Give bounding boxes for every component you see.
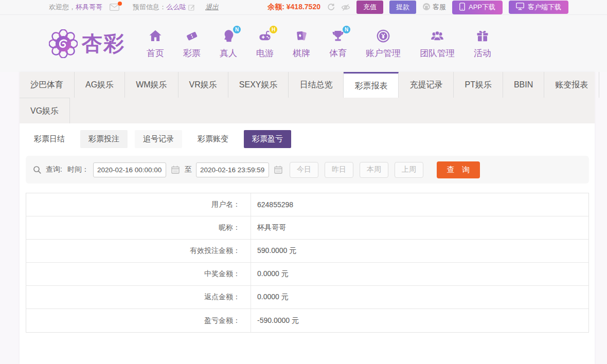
row-value: 590.0000 元	[251, 240, 588, 262]
nav-account[interactable]: 账户管理	[366, 28, 401, 59]
tab-balance-change-report[interactable]: 账变报表	[544, 72, 599, 98]
table-row: 用户名： 624855298	[26, 193, 588, 216]
search-icon	[33, 166, 42, 174]
subtab-chase-records[interactable]: 追号记录	[135, 130, 182, 148]
client-download-button[interactable]: 客户端下载	[509, 1, 568, 14]
tab-daily-summary[interactable]: 日结总览	[289, 72, 344, 98]
table-row: 昵称： 杯具哥哥	[26, 216, 588, 240]
calendar-icon[interactable]	[171, 166, 180, 174]
nav-cards[interactable]: 棋牌	[293, 28, 310, 59]
subtab-lottery-bets[interactable]: 彩票投注	[80, 130, 128, 148]
tab-vg[interactable]: VG娱乐	[20, 98, 70, 123]
username[interactable]: 杯具哥哥	[76, 3, 102, 12]
nav-lottery[interactable]: 彩票	[183, 28, 201, 59]
last-week-button[interactable]: 上周	[395, 162, 423, 178]
withdraw-button[interactable]: 提款	[389, 1, 416, 14]
tab-row-2: VG娱乐	[20, 98, 595, 123]
row-label: 返点金额：	[26, 286, 251, 308]
balance: 余额: ¥418.7520	[267, 3, 320, 12]
gamepad-icon: H	[257, 28, 273, 44]
subtab-lottery-daily[interactable]: 彩票日结	[26, 130, 73, 148]
welcome-text: 欢迎您，	[49, 3, 76, 12]
client-download-label: 客户端下载	[528, 3, 561, 12]
new-badge: N	[233, 26, 241, 33]
team-icon	[429, 28, 445, 44]
nav-team[interactable]: 团队管理	[420, 28, 455, 59]
row-label: 有效投注金额：	[26, 240, 251, 262]
report-tabs: 沙巴体育 AG娱乐 WM娱乐 VR娱乐 SEXY娱乐 日结总览 彩票报表 充提记…	[20, 72, 595, 123]
logo-emblem-icon	[49, 29, 78, 58]
row-value: 0.0000 元	[251, 286, 588, 308]
app-download-label: APP下载	[469, 3, 495, 12]
profit-loss-table: 用户名： 624855298 昵称： 杯具哥哥 有效投注金额： 590.0000…	[26, 193, 589, 333]
subtab-lottery-balance-change[interactable]: 彩票账变	[189, 130, 237, 148]
gift-icon	[474, 28, 491, 44]
tab-vr[interactable]: VR娱乐	[178, 72, 228, 98]
nav-sports[interactable]: N 体育	[329, 28, 347, 59]
tab-pt[interactable]: PT娱乐	[454, 72, 503, 98]
query-bar: 查询: 时间： 至 今日 昨日 本周 上周 查 询	[26, 156, 589, 184]
app-download-button[interactable]: APP下载	[452, 1, 503, 14]
tab-lottery-report[interactable]: 彩票报表	[344, 72, 399, 98]
logout-link[interactable]: 退出	[205, 3, 219, 12]
logo-text: 杏彩	[82, 29, 125, 58]
search-button[interactable]: 查 询	[437, 161, 480, 178]
end-time-input[interactable]	[196, 162, 269, 177]
content-panel: 沙巴体育 AG娱乐 WM娱乐 VR娱乐 SEXY娱乐 日结总览 彩票报表 充提记…	[20, 72, 595, 364]
calendar-icon[interactable]	[274, 166, 282, 174]
nav-row: 杏彩 首页 彩票 N 真人	[0, 15, 607, 72]
tab-transfer-report[interactable]: 转账报表	[599, 72, 607, 98]
this-week-button[interactable]: 本周	[360, 162, 388, 178]
nav-promotions[interactable]: 活动	[474, 28, 491, 59]
monitor-icon	[516, 3, 524, 12]
reserved-value: 么么哒	[166, 3, 186, 12]
today-button[interactable]: 今日	[290, 162, 318, 178]
table-row: 中奖金额： 0.0000 元	[26, 263, 588, 286]
phone-icon	[459, 3, 465, 12]
unread-dot-icon	[118, 2, 122, 6]
nav-live[interactable]: N 真人	[220, 28, 237, 59]
subtab-lottery-profit-loss[interactable]: 彩票盈亏	[244, 130, 291, 148]
reserved-label: 预留信息：	[133, 3, 166, 12]
recharge-button[interactable]: 充值	[356, 1, 383, 14]
topbar-right: 余额: ¥418.7520 充值 提款 客服 APP下载	[267, 1, 568, 14]
row-label: 昵称：	[26, 216, 251, 239]
row-label: 中奖金额：	[26, 263, 251, 285]
time-label: 时间：	[67, 165, 89, 174]
headset-icon	[422, 3, 431, 12]
tab-shaba-sports[interactable]: 沙巴体育	[20, 72, 75, 98]
row-value: 624855298	[251, 193, 588, 216]
yesterday-button[interactable]: 昨日	[325, 162, 353, 178]
ticket-icon	[184, 28, 200, 44]
row-value: 杯具哥哥	[251, 216, 588, 239]
site-logo[interactable]: 杏彩	[49, 29, 125, 58]
row-label: 盈亏金额：	[26, 309, 251, 332]
table-row: 有效投注金额： 590.0000 元	[26, 240, 588, 263]
tab-deposit-withdraw-records[interactable]: 充提记录	[399, 72, 454, 98]
table-row: 返点金额： 0.0000 元	[26, 286, 588, 309]
sub-tabs: 彩票日结 彩票投注 追号记录 彩票账变 彩票盈亏	[20, 123, 595, 153]
row-label: 用户名：	[26, 193, 251, 216]
balance-label: 余额:	[267, 3, 284, 11]
tab-wm[interactable]: WM娱乐	[125, 72, 178, 98]
new-badge: N	[343, 26, 350, 33]
nav-egames[interactable]: H 电游	[256, 28, 274, 59]
nav-home[interactable]: 首页	[147, 28, 164, 59]
tab-bbin[interactable]: BBIN	[503, 72, 544, 98]
live-dealer-icon: N	[220, 28, 237, 44]
customer-service[interactable]: 客服	[422, 3, 446, 12]
mail-icon[interactable]	[110, 4, 119, 11]
balance-value: ¥418.7520	[287, 3, 320, 11]
hide-balance-icon[interactable]	[341, 4, 350, 11]
tab-ag[interactable]: AG娱乐	[75, 72, 125, 98]
start-time-input[interactable]	[93, 162, 166, 177]
trophy-icon: N	[330, 28, 346, 44]
row-value: -590.0000 元	[251, 309, 588, 332]
refresh-icon[interactable]	[327, 3, 335, 11]
tab-sexy[interactable]: SEXY娱乐	[228, 72, 289, 98]
edit-icon[interactable]	[188, 4, 195, 11]
yen-coin-icon	[375, 28, 391, 44]
row-value: 0.0000 元	[251, 263, 588, 285]
main-nav: 首页 彩票 N 真人 H 电游	[147, 28, 491, 59]
query-label: 查询:	[46, 165, 62, 174]
